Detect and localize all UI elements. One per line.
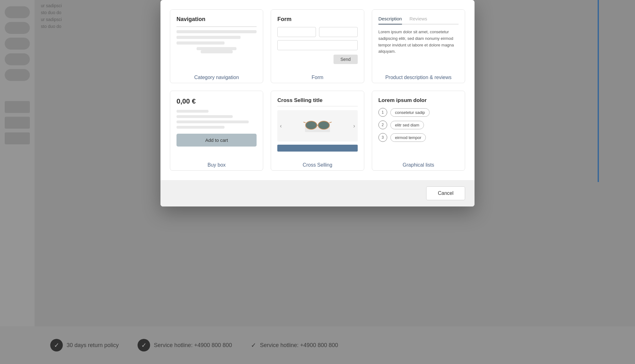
- form-input-2: [319, 27, 358, 37]
- modal-body: Navigation Category navigation Form: [160, 0, 475, 180]
- gl-number-2: 2: [378, 120, 387, 129]
- nav-line-3: [176, 41, 225, 45]
- tabs-row: Description Reviews: [378, 16, 459, 24]
- price-display: 0,00 €: [176, 97, 257, 105]
- gl-tag-2: elitr sed diam: [390, 121, 424, 129]
- form-title: Form: [277, 16, 357, 23]
- product-line-1: [176, 110, 209, 113]
- buybox-card[interactable]: 0,00 € Add to cart Buy box: [170, 91, 263, 171]
- form-preview: Form Send: [271, 10, 364, 70]
- tab-description[interactable]: Description: [378, 16, 402, 24]
- gl-number-3: 3: [378, 133, 387, 142]
- tab-reviews[interactable]: Reviews: [410, 16, 427, 24]
- gl-number-1: 1: [378, 108, 387, 117]
- crossselling-bar: [277, 145, 357, 152]
- crossselling-card-label: Cross Selling: [271, 158, 364, 170]
- buybox-preview: 0,00 € Add to cart: [170, 91, 263, 158]
- navigation-title: Navigation: [176, 16, 257, 23]
- form-input-1: [277, 27, 316, 37]
- cancel-button[interactable]: Cancel: [426, 186, 465, 200]
- navigation-preview: Navigation: [170, 10, 263, 70]
- gl-item-1: 1 consetetur sadip: [378, 108, 459, 117]
- form-card-label: Form: [271, 70, 364, 83]
- form-send-button[interactable]: Send: [334, 55, 358, 64]
- graphicallist-preview: Lorem ipsum dolor 1 consetetur sadip 2 e…: [372, 91, 465, 158]
- crossselling-preview: Cross Selling title ‹: [271, 91, 364, 158]
- crossselling-carousel: ‹: [277, 110, 357, 142]
- gl-item-3: 3 eirmod tempor: [378, 133, 459, 142]
- carousel-prev-button[interactable]: ‹: [277, 121, 284, 131]
- graphicallist-card[interactable]: Lorem ipsum dolor 1 consetetur sadip 2 e…: [372, 91, 465, 171]
- modal-footer: Cancel: [160, 180, 475, 206]
- gl-tag-3: eirmod tempor: [390, 133, 426, 142]
- description-text: Lorem ipsum dolor sit amet, consetetur s…: [378, 29, 459, 55]
- product-line-2: [176, 115, 233, 118]
- nav-divider: [176, 26, 257, 27]
- add-to-cart-button[interactable]: Add to cart: [176, 134, 257, 147]
- product-line-3: [176, 120, 249, 123]
- svg-line-6: [303, 122, 306, 123]
- modal-overlay: Navigation Category navigation Form: [0, 0, 635, 364]
- gl-tag-1: consetetur sadip: [390, 108, 430, 117]
- form-input-full: [277, 40, 357, 50]
- gl-item-2: 2 elitr sed diam: [378, 120, 459, 129]
- buybox-card-label: Buy box: [170, 158, 263, 170]
- form-row-1: [277, 27, 357, 37]
- description-preview: Description Reviews Lorem ipsum dolor si…: [372, 10, 465, 70]
- crossselling-card[interactable]: Cross Selling title ‹: [271, 91, 364, 171]
- description-card[interactable]: Description Reviews Lorem ipsum dolor si…: [372, 9, 465, 83]
- carousel-next-button[interactable]: ›: [351, 121, 358, 131]
- nav-line-5: [201, 50, 233, 53]
- svg-line-7: [329, 122, 332, 123]
- form-card[interactable]: Form Send Form: [271, 9, 364, 83]
- description-card-label: Product description & reviews: [372, 70, 465, 83]
- nav-line-2: [176, 36, 241, 39]
- nav-line-1: [176, 30, 257, 33]
- graphicallist-card-label: Graphical lists: [372, 158, 465, 170]
- navigation-card[interactable]: Navigation Category navigation: [170, 9, 263, 83]
- crossselling-title: Cross Selling title: [277, 97, 357, 106]
- widget-picker-modal: Navigation Category navigation Form: [160, 0, 475, 206]
- graphicallist-title: Lorem ipsum dolor: [378, 97, 459, 104]
- nav-line-4: [197, 47, 237, 50]
- product-line-4: [176, 126, 225, 129]
- glasses-image: [303, 116, 332, 135]
- navigation-card-label: Category navigation: [170, 70, 263, 83]
